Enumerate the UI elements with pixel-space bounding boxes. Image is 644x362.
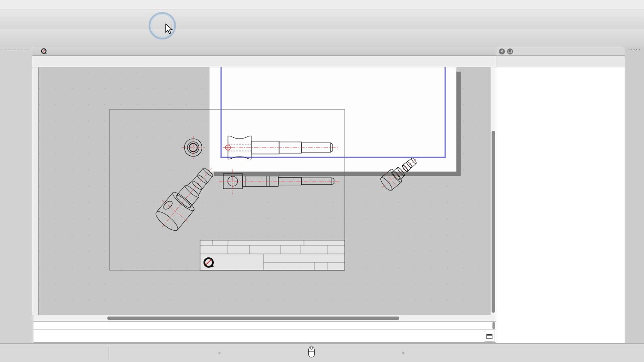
document-tab-bar <box>32 47 496 56</box>
toolbox-drag-handle[interactable] <box>3 49 29 50</box>
command-input[interactable] <box>36 331 484 342</box>
dock-drag-handle[interactable] <box>629 49 641 50</box>
layer-list <box>496 67 625 343</box>
main-toolbar <box>0 9 644 29</box>
statusbar-divider <box>109 346 109 360</box>
drawing-canvas[interactable] <box>39 67 496 315</box>
status-bar <box>0 343 644 362</box>
vertical-scrollbar[interactable] <box>490 67 496 315</box>
horizontal-scrollbar[interactable] <box>33 315 496 321</box>
front-view <box>182 136 205 159</box>
right-dock-bar <box>625 47 644 343</box>
print-preview-drawing <box>39 67 496 315</box>
vertical-scrollbar-thumb[interactable] <box>492 131 495 313</box>
command-history <box>33 321 496 330</box>
close-panel-icon[interactable]: ✕ <box>499 48 505 54</box>
menu-bar <box>0 0 644 9</box>
mouse-button-hint-icon <box>308 346 315 359</box>
print-preview-toolbar <box>0 29 644 47</box>
history-scrollbar-thumb[interactable] <box>492 322 495 329</box>
title-block <box>200 240 345 270</box>
command-line <box>33 330 496 343</box>
vertical-ruler <box>32 67 39 315</box>
layer-panel-toolbar <box>496 56 625 67</box>
statusbar-dot <box>218 352 221 354</box>
selection-status-dot <box>402 352 404 354</box>
cad-toolbox <box>0 47 32 343</box>
layer-panel-header: ✕ ❐ <box>496 47 625 56</box>
paper-sheet <box>210 67 456 172</box>
layer-list-panel: ✕ ❐ <box>496 47 625 343</box>
horizontal-ruler <box>32 56 496 67</box>
detach-command-line-button[interactable] <box>484 331 495 342</box>
qcad-document-icon <box>41 48 47 54</box>
detach-panel-icon[interactable]: ❐ <box>507 48 513 54</box>
qcad-window: ✕ ❐ <box>0 0 644 362</box>
horizontal-scrollbar-thumb[interactable] <box>107 317 399 320</box>
